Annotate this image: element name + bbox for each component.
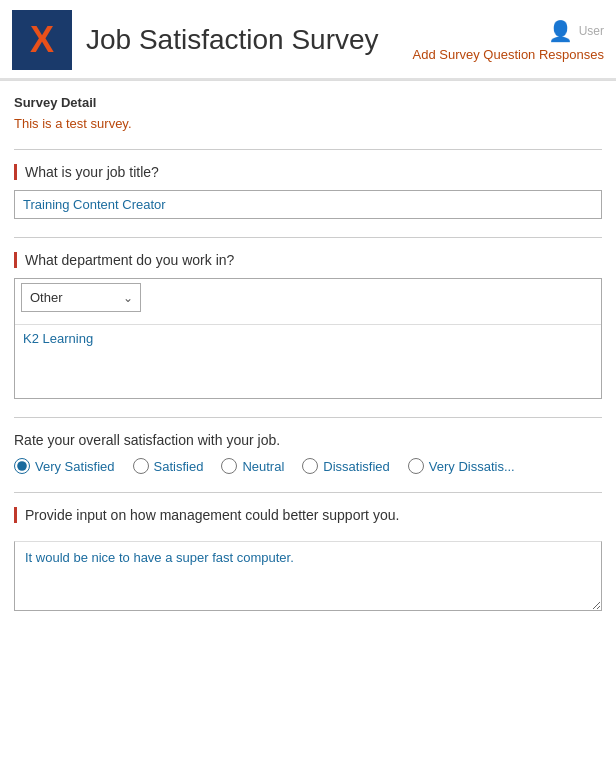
question-job-title: What is your job title? — [14, 164, 602, 219]
header: X Job Satisfaction Survey 👤 User Add Sur… — [0, 0, 616, 80]
section-divider-1 — [14, 149, 602, 150]
section-divider-3 — [14, 417, 602, 418]
department-select[interactable]: Other HR IT Finance Marketing — [21, 283, 141, 312]
radio-neutral-input[interactable] — [221, 458, 237, 474]
header-right: 👤 User Add Survey Question Responses — [413, 19, 605, 62]
department-input-wrap: Other HR IT Finance Marketing ⌄ K2 Learn… — [14, 278, 602, 399]
radio-neutral[interactable]: Neutral — [221, 458, 284, 474]
satisfaction-radio-group: Very Satisfied Satisfied Neutral Dissati… — [14, 458, 602, 474]
radio-very-satisfied-input[interactable] — [14, 458, 30, 474]
header-left: X Job Satisfaction Survey — [12, 10, 379, 70]
radio-dissatisfied-input[interactable] — [302, 458, 318, 474]
radio-satisfied-label: Satisfied — [154, 459, 204, 474]
survey-detail-label: Survey Detail — [14, 95, 602, 110]
job-title-question-label: What is your job title? — [14, 164, 602, 180]
satisfaction-section: Rate your overall satisfaction with your… — [14, 432, 602, 474]
section-divider-4 — [14, 492, 602, 493]
department-dropdown-row: Other HR IT Finance Marketing ⌄ — [15, 279, 601, 325]
radio-satisfied-input[interactable] — [133, 458, 149, 474]
logo-icon: X — [30, 22, 54, 58]
radio-very-satisfied[interactable]: Very Satisfied — [14, 458, 115, 474]
page-title: Job Satisfaction Survey — [86, 24, 379, 56]
radio-very-dissatisfied-label: Very Dissatis... — [429, 459, 515, 474]
radio-very-satisfied-label: Very Satisfied — [35, 459, 115, 474]
satisfaction-question-label: Rate your overall satisfaction with your… — [14, 432, 602, 448]
radio-satisfied[interactable]: Satisfied — [133, 458, 204, 474]
management-question-label: Provide input on how management could be… — [14, 507, 602, 523]
management-textarea[interactable]: It would be nice to have a super fast co… — [14, 541, 602, 611]
section-divider-2 — [14, 237, 602, 238]
user-section: 👤 User — [548, 19, 604, 43]
department-textarea[interactable]: K2 Learning — [15, 325, 601, 395]
survey-detail-section: Survey Detail This is a test survey. — [14, 95, 602, 131]
user-name: User — [579, 24, 604, 38]
user-icon: 👤 — [548, 19, 573, 43]
main-content: Survey Detail This is a test survey. Wha… — [0, 81, 616, 642]
job-title-input[interactable] — [14, 190, 602, 219]
radio-dissatisfied[interactable]: Dissatisfied — [302, 458, 389, 474]
question-department: What department do you work in? Other HR… — [14, 252, 602, 399]
radio-dissatisfied-label: Dissatisfied — [323, 459, 389, 474]
department-select-wrap: Other HR IT Finance Marketing ⌄ — [21, 283, 141, 312]
logo-box: X — [12, 10, 72, 70]
add-survey-link[interactable]: Add Survey Question Responses — [413, 47, 605, 62]
survey-detail-description: This is a test survey. — [14, 116, 602, 131]
radio-very-dissatisfied-input[interactable] — [408, 458, 424, 474]
department-question-label: What department do you work in? — [14, 252, 602, 268]
radio-very-dissatisfied[interactable]: Very Dissatis... — [408, 458, 515, 474]
radio-neutral-label: Neutral — [242, 459, 284, 474]
management-section: Provide input on how management could be… — [14, 507, 602, 614]
